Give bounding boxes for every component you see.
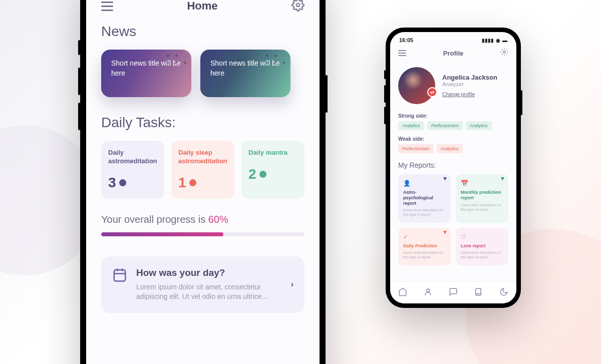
report-card[interactable]: ▾ 📅 Monthly prediction report Some short… — [456, 174, 508, 223]
avatar[interactable] — [398, 67, 435, 104]
report-title: Love report — [461, 243, 503, 249]
profile-name: Angelica Jackson — [442, 74, 508, 81]
wifi-icon: ◉ — [496, 38, 500, 43]
report-title: Daily Prediction — [403, 243, 446, 249]
news-heading: News — [101, 24, 305, 40]
news-card[interactable]: Short news title will be here ✦ ✦✦ ✦ ✦ — [101, 50, 191, 97]
bookmark-icon: ▾ — [501, 174, 504, 182]
calendar-icon: 📅 — [461, 180, 503, 187]
phone-profile: 16:05 ▮▮▮▮◉▬ Profile ⇄ Angelica Jackson … — [386, 28, 521, 308]
svg-point-5 — [503, 51, 505, 53]
chevron-right-icon: › — [291, 280, 293, 289]
menu-icon[interactable] — [398, 50, 406, 56]
check-icon: ✓ — [403, 233, 446, 240]
report-desc: Some short description of this type of r… — [403, 250, 446, 259]
task-card[interactable]: Daily sleep astromeditation 1 — [171, 141, 234, 199]
task-label: Daily mantra — [248, 149, 297, 157]
profile-role: Analyzer — [442, 81, 508, 87]
progress-label: Your overall progress is 60% — [101, 214, 305, 225]
bottom-nav — [390, 281, 516, 303]
task-count: 1 — [178, 175, 186, 191]
task-label: Daily astromeditation — [108, 149, 157, 166]
nav-profile-icon[interactable] — [424, 287, 433, 298]
task-count: 3 — [108, 175, 116, 191]
task-card[interactable]: Daily mantra 2 — [241, 141, 305, 199]
phone-home: Home News Short news title will be here … — [80, 0, 326, 364]
svg-point-6 — [427, 289, 430, 292]
news-card[interactable]: Short news title will be here ✦ ✦✦ ✦ ✦ — [200, 50, 290, 97]
task-badge-icon — [119, 179, 126, 186]
report-card[interactable]: ▾ ✓ Daily Prediction Some short descript… — [398, 228, 451, 265]
nav-chat-icon[interactable] — [449, 287, 458, 298]
settings-icon[interactable] — [500, 48, 508, 58]
tag[interactable]: Analytics — [398, 121, 424, 130]
avatar-badge-icon: ⇄ — [427, 87, 437, 97]
nav-moon-icon[interactable] — [499, 287, 508, 298]
day-card[interactable]: How was your day? Lorem ipsum dolor sit … — [101, 256, 305, 313]
report-card[interactable]: ♡ Love report Some short description of … — [456, 228, 508, 265]
change-profile-link[interactable]: Change profile — [442, 92, 475, 97]
task-count: 2 — [248, 166, 256, 182]
report-title: Astro- psychological report — [403, 190, 446, 206]
bookmark-icon: ▾ — [443, 228, 447, 236]
report-title: Monthly prediction report — [461, 190, 503, 201]
task-card[interactable]: Daily astromeditation 3 — [101, 141, 164, 199]
tag[interactable]: Analytics — [437, 144, 463, 153]
nav-book-icon[interactable] — [474, 287, 483, 298]
status-time: 16:05 — [399, 37, 413, 43]
signal-icon: ▮▮▮▮ — [482, 38, 494, 43]
tag[interactable]: Analytics — [466, 121, 492, 130]
bookmark-icon: ▾ — [443, 174, 447, 182]
svg-point-0 — [296, 4, 300, 7]
report-card[interactable]: ▾ 👤 Astro- psychological report Some sho… — [398, 174, 451, 223]
strong-side-label: Strong side: — [390, 110, 516, 121]
heart-icon: ♡ — [461, 233, 503, 240]
settings-icon[interactable] — [291, 0, 305, 14]
status-bar: 16:05 ▮▮▮▮◉▬ — [390, 32, 516, 43]
progress-fill — [101, 232, 223, 236]
progress-bar — [101, 232, 305, 236]
svg-rect-7 — [476, 288, 481, 295]
svg-rect-1 — [114, 270, 126, 281]
report-desc: Some short description of this type of r… — [461, 250, 503, 259]
battery-icon: ▬ — [502, 38, 507, 43]
menu-icon[interactable] — [101, 2, 113, 11]
progress-value: 60% — [208, 214, 228, 225]
report-desc: Some short description of this type of r… — [403, 208, 446, 217]
weak-side-label: Weak side: — [390, 133, 516, 144]
person-icon: 👤 — [403, 180, 446, 187]
day-card-desc: Lorem ipsum dolor sit amet, consectetur … — [136, 282, 293, 302]
tag[interactable]: Perfectionism — [427, 121, 463, 130]
tasks-heading: Daily Tasks: — [101, 115, 305, 131]
page-title: Home — [187, 0, 217, 13]
page-title: Profile — [443, 50, 463, 57]
nav-home-icon[interactable] — [398, 287, 407, 298]
calendar-icon — [112, 267, 127, 284]
day-card-title: How was your day? — [136, 267, 293, 278]
task-label: Daily sleep astromeditation — [178, 149, 227, 166]
reports-heading: My Reports: — [390, 156, 516, 174]
task-badge-icon — [259, 171, 266, 178]
task-badge-icon — [189, 179, 196, 186]
report-desc: Some short description of this type of r… — [461, 203, 503, 212]
tag[interactable]: Perfectionism — [398, 144, 434, 153]
